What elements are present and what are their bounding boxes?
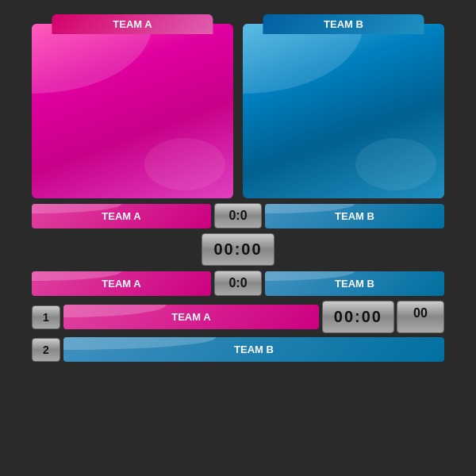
- card-body-team-a: [32, 24, 233, 198]
- team-b-bar-1: TEAM B: [265, 204, 444, 228]
- team-b-bar-2: TEAM B: [265, 271, 444, 296]
- number-box-1: 1: [32, 305, 60, 329]
- card-tab-team-b: TEAM B: [263, 14, 424, 34]
- card-team-b: TEAM B: [243, 16, 444, 190]
- score-display-2: 0:0: [214, 271, 262, 296]
- ticker-row-2: 2 TEAM B: [32, 337, 444, 362]
- top-cards-section: TEAM A TEAM B: [32, 16, 444, 190]
- ticker-bar-team-a: TEAM A: [63, 305, 319, 329]
- ticker-row-1: 1 TEAM A 00:00 00: [32, 301, 444, 333]
- score-display-1: 0:0: [214, 203, 262, 228]
- timer-display-1: 00:00: [202, 233, 274, 266]
- right-timer-extra: 00: [397, 301, 444, 333]
- team-a-bar-2: TEAM A: [32, 271, 211, 296]
- timer-row-1: 00:00: [32, 233, 444, 266]
- number-box-2: 2: [32, 338, 60, 362]
- card-body-team-b: [243, 24, 444, 198]
- right-timer: 00:00 00: [322, 301, 444, 333]
- card-tab-team-a: TEAM A: [52, 14, 213, 34]
- score-row-1: TEAM A 0:0 TEAM B: [32, 203, 444, 228]
- ticker-bar-team-b: TEAM B: [63, 337, 444, 362]
- score-row-2: TEAM A 0:0 TEAM B: [32, 271, 444, 296]
- right-timer-time: 00:00: [322, 301, 394, 333]
- team-a-bar-1: TEAM A: [32, 204, 211, 228]
- card-team-a: TEAM A: [32, 16, 233, 190]
